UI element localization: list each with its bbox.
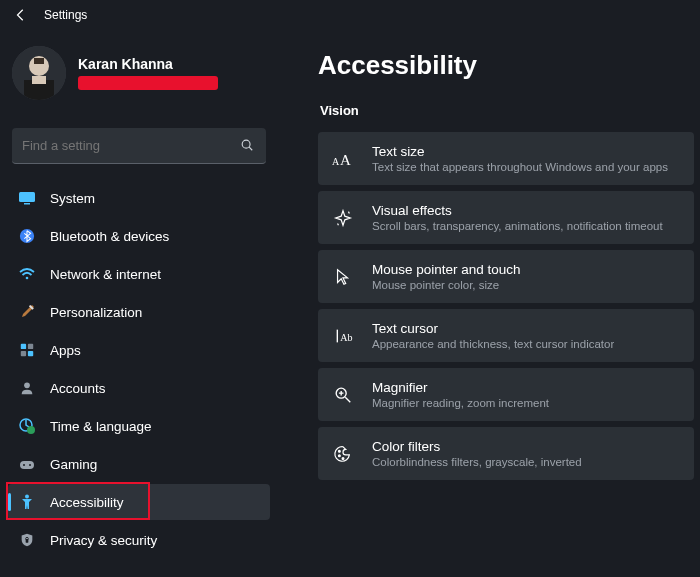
settings-card-list: AA Text size Text size that appears thro…: [318, 132, 694, 480]
sidebar-item-label: Personalization: [50, 305, 142, 320]
text-cursor-icon: Ab: [332, 325, 354, 347]
bluetooth-icon: [18, 227, 36, 245]
svg-rect-4: [32, 76, 46, 84]
text-size-icon: AA: [332, 148, 354, 170]
brush-icon: [18, 303, 36, 321]
search-box[interactable]: [12, 128, 266, 164]
card-desc: Scroll bars, transparency, animations, n…: [372, 220, 663, 232]
wifi-icon: [18, 265, 36, 283]
sidebar-nav: System Bluetooth & devices Network & int…: [8, 180, 270, 558]
svg-rect-6: [19, 192, 35, 202]
svg-rect-11: [21, 344, 26, 349]
card-text-cursor[interactable]: Ab Text cursor Appearance and thickness,…: [318, 309, 694, 362]
svg-rect-7: [24, 203, 30, 205]
search-input[interactable]: [22, 138, 240, 153]
svg-rect-14: [28, 351, 33, 356]
sidebar-item-label: Network & internet: [50, 267, 161, 282]
titlebar: Settings: [0, 0, 700, 30]
svg-text:A: A: [340, 152, 351, 168]
svg-point-30: [338, 454, 340, 456]
card-magnifier[interactable]: Magnifier Magnifier reading, zoom increm…: [318, 368, 694, 421]
card-desc: Mouse pointer color, size: [372, 279, 521, 291]
page-title: Accessibility: [318, 50, 694, 81]
globe-clock-icon: [18, 417, 36, 435]
svg-point-5: [242, 140, 250, 148]
magnifier-icon: [332, 384, 354, 406]
profile-email-redacted: [78, 76, 218, 90]
app-title: Settings: [44, 8, 87, 22]
card-title: Color filters: [372, 439, 582, 454]
card-desc: Text size that appears throughout Window…: [372, 161, 668, 173]
profile-name: Karan Khanna: [78, 56, 218, 72]
profile-block[interactable]: Karan Khanna: [8, 36, 270, 110]
svg-point-15: [24, 382, 30, 388]
sidebar-item-time[interactable]: Time & language: [8, 408, 270, 444]
apps-icon: [18, 341, 36, 359]
card-visual-effects[interactable]: Visual effects Scroll bars, transparency…: [318, 191, 694, 244]
sparkle-icon: [332, 207, 354, 229]
sidebar-item-gaming[interactable]: Gaming: [8, 446, 270, 482]
back-button[interactable]: [12, 6, 30, 24]
search-icon: [240, 138, 256, 154]
svg-point-21: [25, 495, 29, 499]
sidebar-item-system[interactable]: System: [8, 180, 270, 216]
sidebar-item-personalization[interactable]: Personalization: [8, 294, 270, 330]
card-text-size[interactable]: AA Text size Text size that appears thro…: [318, 132, 694, 185]
sidebar-item-label: Accessibility: [50, 495, 124, 510]
svg-point-31: [342, 457, 344, 459]
sidebar-item-accessibility[interactable]: Accessibility: [8, 484, 270, 520]
svg-rect-12: [28, 344, 33, 349]
card-title: Mouse pointer and touch: [372, 262, 521, 277]
avatar: [12, 46, 66, 100]
palette-icon: [332, 443, 354, 465]
svg-point-19: [23, 464, 25, 466]
svg-text:Ab: Ab: [340, 331, 352, 342]
svg-text:A: A: [332, 156, 340, 167]
svg-point-17: [27, 426, 35, 434]
sidebar-item-label: Time & language: [50, 419, 152, 434]
card-desc: Appearance and thickness, text cursor in…: [372, 338, 614, 350]
shield-icon: [18, 531, 36, 549]
svg-point-9: [26, 277, 29, 280]
sidebar-item-label: Gaming: [50, 457, 97, 472]
person-icon: [18, 379, 36, 397]
svg-rect-26: [337, 329, 338, 342]
sidebar-item-label: Accounts: [50, 381, 106, 396]
svg-rect-13: [21, 351, 26, 356]
sidebar-item-label: Bluetooth & devices: [50, 229, 169, 244]
system-icon: [18, 189, 36, 207]
main-panel: Accessibility Vision AA Text size Text s…: [278, 30, 700, 577]
sidebar-item-apps[interactable]: Apps: [8, 332, 270, 368]
sidebar-item-bluetooth[interactable]: Bluetooth & devices: [8, 218, 270, 254]
svg-rect-2: [34, 58, 44, 64]
card-title: Text size: [372, 144, 668, 159]
card-color-filters[interactable]: Color filters Colorblindness filters, gr…: [318, 427, 694, 480]
section-label: Vision: [320, 103, 694, 118]
card-mouse-pointer[interactable]: Mouse pointer and touch Mouse pointer co…: [318, 250, 694, 303]
sidebar-item-label: System: [50, 191, 95, 206]
sidebar-item-label: Privacy & security: [50, 533, 157, 548]
sidebar-item-privacy[interactable]: Privacy & security: [8, 522, 270, 558]
card-title: Visual effects: [372, 203, 663, 218]
sidebar: Karan Khanna System: [0, 30, 278, 577]
sidebar-item-label: Apps: [50, 343, 81, 358]
svg-point-29: [338, 450, 340, 452]
sidebar-item-network[interactable]: Network & internet: [8, 256, 270, 292]
sidebar-item-accounts[interactable]: Accounts: [8, 370, 270, 406]
card-title: Text cursor: [372, 321, 614, 336]
card-desc: Colorblindness filters, grayscale, inver…: [372, 456, 582, 468]
gaming-icon: [18, 455, 36, 473]
card-desc: Magnifier reading, zoom increment: [372, 397, 549, 409]
card-title: Magnifier: [372, 380, 549, 395]
cursor-icon: [332, 266, 354, 288]
svg-rect-18: [20, 461, 34, 469]
svg-point-20: [29, 464, 31, 466]
accessibility-icon: [18, 493, 36, 511]
